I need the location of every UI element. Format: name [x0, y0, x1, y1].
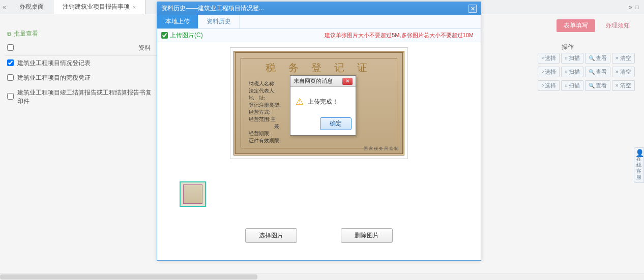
list-header: 资料: [5, 41, 158, 56]
chevron-right-icon[interactable]: »: [629, 4, 632, 11]
upload-link-row: 上传图片(C) 建议单张图片大小不要超过5M,多张图片总大小不要超过10M: [157, 29, 481, 42]
clear-button[interactable]: × 清空: [612, 80, 635, 91]
action-row: 𐄢选择 ⌗扫描 🔍查看 × 清空: [538, 80, 635, 91]
row-checkbox[interactable]: [7, 59, 14, 66]
close-icon[interactable]: ×: [133, 4, 136, 10]
top-right-icons: » □: [629, 4, 644, 11]
delete-image-button[interactable]: 删除图片: [341, 228, 393, 243]
modal-titlebar: 资料历史——建筑业工程项目情况登... ✕: [157, 2, 481, 15]
action-row: 𐄢选择 ⌗扫描 🔍查看 × 清空: [538, 67, 635, 77]
row-label: 建筑业工程项目的完税凭证: [17, 74, 156, 82]
tab-label: 注销建筑业项目报告事项: [63, 3, 130, 11]
list-item[interactable]: 建筑业工程项目的完税凭证: [5, 71, 158, 85]
horizontal-scrollbar[interactable]: [0, 273, 644, 280]
select-button[interactable]: 𐄢选择: [538, 80, 560, 91]
alert-title: 来自网页的消息: [294, 77, 333, 85]
link-icon: 𐄢: [541, 69, 544, 75]
avatar-icon: 👤: [635, 150, 642, 156]
alert-footer: 确定: [290, 114, 356, 135]
thumbnail-image: [183, 184, 202, 204]
action-row: 𐄢选择 ⌗扫描 🔍查看 × 清空: [538, 53, 635, 64]
certificate-stamp: 国家税务局监制: [364, 146, 399, 151]
modal-title-text: 资料历史——建筑业工程项目情况登...: [161, 4, 264, 13]
row-checkbox[interactable]: [7, 93, 14, 100]
alert-dialog: 来自网页的消息 ✕ ⚠ 上传完成！ 确定: [290, 75, 356, 136]
thumbnail-row: [157, 159, 481, 207]
scan-icon: ⌗: [565, 55, 568, 61]
scan-icon: ⌗: [565, 69, 568, 75]
tab-cancel-construction[interactable]: 注销建筑业项目报告事项 ×: [53, 0, 145, 14]
list-item[interactable]: 建筑业工程项目竣工结算报告或工程结算报告书复印件: [5, 85, 158, 109]
link-icon: 𐄢: [541, 83, 544, 88]
row-label: 建筑业工程项目情况登记表: [17, 59, 156, 68]
certificate-title: 税 务 登 记 证: [236, 61, 402, 75]
warning-icon: ⚠: [296, 96, 304, 107]
scan-button[interactable]: ⌗扫描: [561, 53, 583, 64]
online-help-float[interactable]: 👤 在线客服: [634, 147, 644, 183]
chevron-left-icon[interactable]: «: [3, 4, 6, 11]
scan-icon: ⌗: [565, 83, 568, 89]
alert-titlebar: 来自网页的消息 ✕: [290, 76, 356, 87]
alert-body: ⚠ 上传完成！: [290, 87, 356, 114]
right-pill-tabs: 表单填写 办理须知: [557, 19, 635, 32]
ok-button[interactable]: 确定: [320, 117, 352, 130]
scrollbar-thumb[interactable]: [0, 274, 257, 279]
tab-label: 办税桌面: [19, 3, 44, 11]
view-button[interactable]: 🔍查看: [585, 53, 610, 64]
certificate-fields: 纳税人名称: 法定代表人: 地 址: 登记注册类型: 经营方式: 经营范围:主 …: [249, 80, 281, 144]
link-icon: 𐄢: [541, 55, 544, 61]
view-button[interactable]: 🔍查看: [585, 67, 610, 77]
tab-desktop[interactable]: 办税桌面: [10, 0, 53, 14]
upload-image-link[interactable]: 上传图片(C): [170, 31, 203, 40]
search-icon: 🔍: [589, 83, 595, 88]
select-button[interactable]: 𐄢选择: [538, 67, 560, 77]
upload-checkbox[interactable]: [161, 32, 168, 39]
clear-button[interactable]: × 清空: [612, 67, 635, 77]
materials-list: 资料 建筑业工程项目情况登记表 建筑业工程项目的完税凭证 建筑业工程项目竣工结算…: [5, 41, 158, 109]
scan-button[interactable]: ⌗扫描: [561, 67, 583, 77]
select-button[interactable]: 𐄢选择: [538, 53, 560, 64]
action-rows: 𐄢选择 ⌗扫描 🔍查看 × 清空 𐄢选择 ⌗扫描 🔍查看 × 清空 𐄢选择 ⌗扫…: [538, 53, 635, 91]
modal-tabs: 本地上传 资料历史: [157, 15, 481, 29]
list-item[interactable]: 建筑业工程项目情况登记表: [5, 56, 158, 71]
batch-icon: ⧉: [7, 30, 12, 38]
batch-view-header[interactable]: ⧉ 批量查看: [7, 29, 38, 38]
maximize-icon[interactable]: □: [635, 4, 639, 11]
scan-button[interactable]: ⌗扫描: [561, 80, 583, 91]
pill-form-fill[interactable]: 表单填写: [557, 19, 595, 32]
modal-footer: 选择图片 删除图片: [157, 228, 481, 243]
header-checkbox[interactable]: [7, 44, 14, 51]
clear-button[interactable]: × 清空: [612, 53, 635, 64]
search-icon: 🔍: [589, 55, 595, 61]
row-label: 建筑业工程项目竣工结算报告或工程结算报告书复印件: [17, 88, 156, 106]
view-button[interactable]: 🔍查看: [585, 80, 610, 91]
close-icon[interactable]: ✕: [469, 5, 477, 13]
choose-image-button[interactable]: 选择图片: [245, 228, 297, 243]
thumbnail[interactable]: [180, 181, 206, 207]
tab-material-history[interactable]: 资料历史: [198, 15, 240, 28]
close-icon[interactable]: ✕: [342, 78, 353, 85]
search-icon: 🔍: [589, 69, 595, 75]
tab-local-upload[interactable]: 本地上传: [157, 15, 198, 28]
batch-label: 批量查看: [14, 29, 38, 38]
help-label: 在线客服: [635, 156, 642, 180]
pill-guide[interactable]: 办理须知: [600, 19, 635, 32]
row-checkbox[interactable]: [7, 74, 14, 81]
alert-message: 上传完成！: [308, 98, 338, 106]
col-header-name: 资料: [17, 44, 156, 52]
operations-header: 操作: [512, 43, 624, 51]
upload-hint: 建议单张图片大小不要超过5M,多张图片总大小不要超过10M: [325, 32, 477, 39]
